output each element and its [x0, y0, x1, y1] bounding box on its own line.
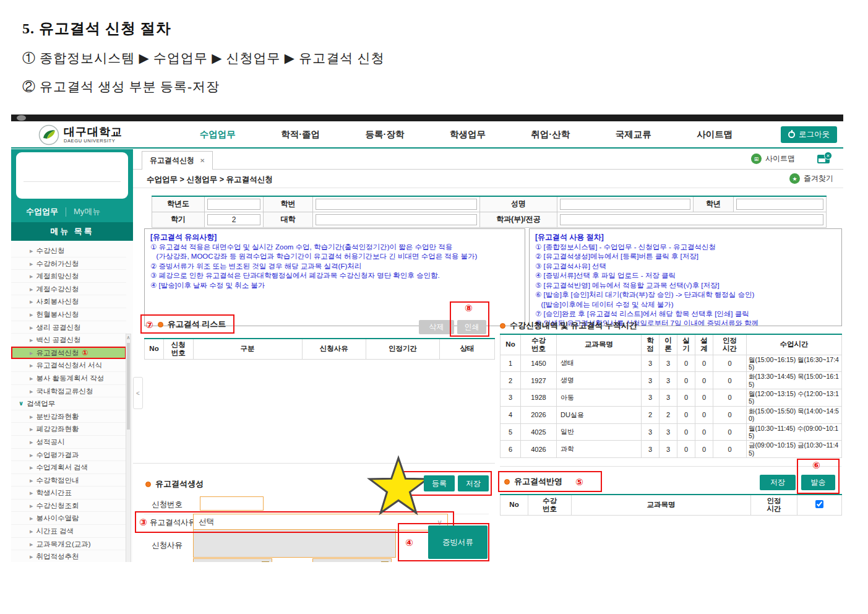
apply-no-label: 신청번호 [152, 499, 183, 510]
enrollment-row[interactable]: 5 4025 일반 3 3 0 0 0 월(10:30~11:45) 수(09:… [501, 423, 842, 441]
evidence-button[interactable]: 증빙서류 [428, 525, 488, 559]
top-nav-item[interactable]: 학적·졸업 [281, 129, 320, 141]
sidebar-menu-label: 교과목개요(교과) [36, 540, 90, 548]
university-logo[interactable]: 대구대학교 DAEGU UNIVERSITY [38, 124, 122, 145]
notice-line: ① [종합정보시스템] - 수업업무 - 신청업무 - 유고결석신청 [535, 243, 836, 252]
apply-no-input[interactable] [200, 496, 264, 511]
close-all-tabs-icon[interactable] [817, 155, 830, 163]
enrollment-row[interactable]: 6 4026 과학 3 3 0 0 0 금(09:00~10:15) 금(10:… [501, 441, 842, 458]
sidebar-info-panel [16, 152, 128, 199]
logout-button[interactable]: 로그아웃 [781, 126, 837, 143]
divider [66, 207, 66, 217]
calendar-icon[interactable] [262, 561, 269, 562]
top-nav-item[interactable]: 학생업무 [450, 129, 486, 141]
sidebar-menu-item[interactable]: ▶시간표 검색 [11, 525, 126, 538]
enrollment-row[interactable]: 3 1928 아동 3 3 0 0 0 월(12:00~13:15) 수(12:… [501, 389, 842, 407]
sidebar-menu-item[interactable]: ▶생리 공결신청 [11, 321, 126, 334]
sidebar-menu-item[interactable]: ▶계절수강신청 [11, 283, 126, 296]
top-nav-item[interactable]: 국제교류 [616, 129, 651, 141]
sidebar-scrollbar[interactable]: ∧ [126, 334, 131, 562]
tab-absence-application[interactable]: 유고결석신청 ✕ [142, 151, 213, 170]
sidebar-menu-item[interactable]: ▶성적공시 [11, 436, 126, 449]
semester-input[interactable] [207, 214, 260, 225]
scrollbar-thumb[interactable] [127, 343, 130, 430]
sidebar-menu-item[interactable]: ▶백신 공결신청 [11, 334, 126, 347]
arrow-icon: ∨ [19, 400, 24, 407]
university-name: 대구대학교 [64, 126, 122, 137]
favorite-button[interactable]: ★ 즐겨찾기 [789, 173, 833, 184]
save-button[interactable]: 저장 [458, 475, 489, 491]
sidebar-menu-label: 유고결석신청 [36, 349, 79, 357]
sidebar-menu-label: 유고결석신청서 서식 [36, 361, 102, 369]
register-button[interactable]: 등록 [424, 475, 455, 491]
menu-list-title: 메뉴 목록 [11, 222, 133, 241]
delete-button[interactable]: 삭제 [419, 320, 454, 334]
sidebar-menu-item[interactable]: ▶봉사이수열람 [11, 512, 126, 525]
college-input[interactable] [316, 214, 477, 225]
sidebar-tab-mymenu[interactable]: My메뉴 [74, 206, 100, 217]
close-icon[interactable]: ✕ [200, 157, 205, 164]
year-input[interactable] [207, 199, 260, 210]
period-to-input[interactable] [312, 558, 392, 562]
calendar-icon[interactable] [381, 561, 389, 562]
browser-top-bar [11, 115, 843, 121]
top-nav-item[interactable]: 취업·산학 [531, 129, 570, 141]
absence-list-title: 유고결석 리스트 [168, 319, 226, 330]
print-button[interactable]: 인쇄 [457, 320, 486, 334]
sidebar-menu-item[interactable]: ▶수업계획서 검색 [11, 461, 126, 474]
name-label: 성명 [480, 196, 557, 212]
sidebar-menu-item[interactable]: ▶분반강좌현황 [11, 410, 126, 423]
breadcrumb: 수업업무 > 신청업무 > 유고결석신청 [147, 175, 273, 185]
sidebar-menu-item[interactable]: ▶유고결석신청서 서식 [11, 359, 126, 372]
period-from-input[interactable] [193, 558, 272, 562]
sidebar-collapse-handle[interactable]: < [133, 377, 143, 409]
enrollment-row[interactable]: 4 2026 DU실용 2 2 0 0 0 화(15:00~15:50) 목(1… [501, 406, 842, 423]
sidebar-menu-item[interactable]: ▶계절희망신청 [11, 270, 126, 283]
notice-line: ⑦ [승인]완료 후 [유고결석 리스트]에서 해당 항목 선택후 [인쇄] 클… [535, 309, 836, 319]
top-nav-item[interactable]: 사이트맵 [697, 129, 733, 141]
sidebar-menu-item[interactable]: ▶취업적성추천 [11, 550, 126, 562]
dept-label: 학과(부)/전공 [480, 212, 557, 227]
send-button[interactable]: 발송 [801, 475, 835, 490]
sidebar-menu-item[interactable]: ▶헌혈봉사신청 [11, 308, 126, 321]
enrollment-row[interactable]: 1 1450 생태 3 3 0 0 0 월(15:00~16:15) 월(16:… [501, 355, 842, 372]
scroll-up-icon[interactable]: ∧ [126, 334, 131, 342]
sidebar-menu-item[interactable]: ▶교과목개요(교과) [11, 538, 126, 551]
sidebar-menu-item[interactable]: ▶폐강강좌현황 [11, 423, 126, 436]
university-name-en: DAEGU UNIVERSITY [64, 139, 122, 144]
sidebar-menu-item[interactable]: ▶학생시간표 [11, 486, 126, 499]
dept-input[interactable] [560, 214, 823, 225]
top-nav-item[interactable]: 등록·장학 [366, 129, 405, 141]
select-all-checkbox[interactable] [815, 500, 823, 508]
sidebar-menu-item[interactable]: ▶사회봉사신청 [11, 295, 126, 308]
sidebar-menu-item[interactable]: ▶수강허가신청 [11, 257, 126, 270]
sidebar-menu-label: 사회봉사신청 [36, 298, 79, 305]
grade-input[interactable] [736, 199, 823, 210]
sidebar-menu-item[interactable]: ▶수강학점안내 [11, 474, 126, 487]
sidebar-menu-item[interactable]: ▶수강신청조회 [11, 499, 126, 512]
notice-line: ③ [유고결석사유] 선택 [535, 262, 836, 271]
detail-reason-textarea[interactable] [193, 529, 396, 558]
enrollment-row[interactable]: 2 1927 생명 3 3 0 0 0 화(13:30~14:45) 목(15:… [501, 372, 842, 389]
absence-reason-select[interactable]: 선택 ∨ [193, 514, 448, 530]
name-input[interactable] [560, 199, 690, 210]
sidebar-menu-item[interactable]: ▶수업평가결과 [11, 449, 126, 462]
sidebar-menu-item[interactable]: ▶수강신청 [11, 244, 126, 257]
sidebar-menu-item[interactable]: ▶유고결석신청① [11, 347, 126, 360]
sidebar-menu-label: 폐강강좌현황 [36, 425, 79, 433]
sidebar-menu-label: 성적공시 [36, 438, 64, 446]
sidebar-tab-lecture[interactable]: 수업업무 [26, 206, 58, 217]
student-id-label: 학번 [264, 196, 313, 212]
sitemap-shortcut[interactable]: ⊞ 사이트맵 [751, 154, 795, 164]
sidebar-menu-label: 검색업무 [27, 400, 55, 407]
student-id-input[interactable] [316, 199, 477, 210]
top-nav-item[interactable]: 수업업무 [200, 129, 236, 141]
portal-header: 대구대학교 DAEGU UNIVERSITY 수업업무학적·졸업등록·장학학생업… [11, 121, 843, 149]
sidebar-menu-item[interactable]: ▶봉사 활동계획서 작성 [11, 372, 126, 385]
star-icon: ★ [789, 173, 800, 184]
sidebar-menu-item[interactable]: ∨검색업무 [11, 397, 126, 410]
sidebar: 수업업무 My메뉴 메뉴 목록 ▶수강신청 ▶수강허가신청 ▶계절희망신청 ▶계… [11, 149, 133, 562]
sidebar-menu-label: 수업평가결과 [36, 451, 79, 459]
sidebar-menu-item[interactable]: ▶국내학점교류신청 [11, 385, 126, 398]
apply-save-button[interactable]: 저장 [760, 475, 796, 490]
